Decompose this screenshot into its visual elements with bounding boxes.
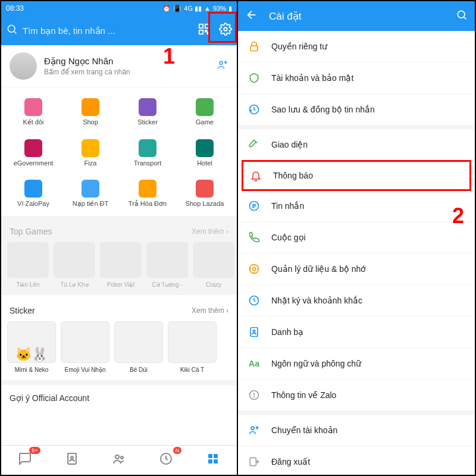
profile-row[interactable]: Đặng Ngọc Nhân Bấm để xem trang cá nhân xyxy=(1,45,237,87)
app-item-11[interactable]: Shop Lazada xyxy=(176,176,233,214)
discover-tab-screen: 1 08:33 ⏰ 📳 4G ▮▮ ▲ 93% ▮ xyxy=(1,1,238,475)
app-item-0[interactable]: Kết đôi xyxy=(5,95,62,132)
svg-rect-20 xyxy=(250,46,258,51)
search-input[interactable] xyxy=(23,26,193,36)
sticker-row[interactable]: Mimi & NekoEmoji Vui NhộnBé DúiKiki Cà T xyxy=(1,321,237,380)
settings-row-4[interactable]: Thông báo xyxy=(242,160,471,191)
app-item-3[interactable]: Game xyxy=(176,95,233,132)
settings-row-label: Cuộc gọi xyxy=(271,233,306,242)
settings-row-7[interactable]: Quản lý dữ liệu & bộ nhớ xyxy=(238,253,475,285)
app-icon xyxy=(82,180,99,198)
app-icon xyxy=(82,98,99,116)
svg-rect-31 xyxy=(250,458,256,465)
settings-row-label: Thông tin về Zalo xyxy=(271,390,336,400)
svg-rect-5 xyxy=(205,30,207,32)
settings-row-11[interactable]: Thông tin về Zalo xyxy=(238,380,475,411)
settings-row-9[interactable]: Danh bạ xyxy=(238,317,475,348)
svg-rect-17 xyxy=(214,459,218,464)
step-2-label: 2 xyxy=(452,203,464,228)
back-icon[interactable] xyxy=(245,8,258,24)
sticker-thumb xyxy=(114,321,163,363)
svg-point-10 xyxy=(71,456,73,459)
svg-rect-16 xyxy=(208,459,212,464)
svg-rect-2 xyxy=(199,24,203,28)
settings-row-icon xyxy=(248,262,261,275)
nav-timeline[interactable]: N xyxy=(155,449,177,471)
game-card[interactable]: Tiến Lên xyxy=(7,242,49,288)
app-item-9[interactable]: Nạp tiền ĐT xyxy=(62,176,119,214)
game-label: Cờ Tướng - xyxy=(146,281,188,288)
game-card[interactable]: Poker Việt xyxy=(100,242,142,288)
game-card[interactable]: Tú Lơ Khơ xyxy=(54,242,95,288)
svg-point-11 xyxy=(115,455,119,459)
nav-groups[interactable] xyxy=(108,449,130,471)
settings-row-label: Danh bạ xyxy=(271,327,303,337)
settings-row-6[interactable]: Cuộc gọi xyxy=(238,222,475,253)
settings-row-label: Tài khoản và bảo mật xyxy=(271,73,353,83)
switch-account-icon[interactable] xyxy=(217,59,228,74)
nav-contacts[interactable] xyxy=(61,449,83,471)
settings-screen: 2 Cài đặt Quyền riêng tưTài khoản và bảo… xyxy=(238,1,475,475)
svg-point-30 xyxy=(251,427,254,430)
app-label: Nạp tiền ĐT xyxy=(73,200,108,208)
sticker-card[interactable]: Bé Dúi xyxy=(114,321,163,373)
settings-row-icon xyxy=(249,169,262,182)
app-item-8[interactable]: Ví ZaloPay xyxy=(5,176,62,214)
status-icons: ⏰ 📳 4G ▮▮ ▲ 93% ▮ xyxy=(162,5,232,12)
settings-row-icon xyxy=(248,40,261,53)
top-games-more[interactable]: Xem thêm › xyxy=(192,227,228,236)
sticker-card[interactable]: Emoji Vui Nhộn xyxy=(61,321,109,373)
search-icon[interactable] xyxy=(6,23,18,37)
app-icon xyxy=(24,180,42,198)
settings-row-2[interactable]: Sao lưu & đồng bộ tin nhắn xyxy=(238,94,475,126)
app-item-10[interactable]: Trả Hóa Đơn xyxy=(119,176,176,214)
app-item-5[interactable]: Fiza xyxy=(62,136,119,173)
app-item-2[interactable]: Sticker xyxy=(119,95,176,132)
oa-section-title: Gợi ý Official Account xyxy=(1,385,237,406)
game-thumb xyxy=(193,242,234,278)
search-icon[interactable] xyxy=(456,9,468,23)
settings-row-12[interactable]: Chuyển tài khoản xyxy=(238,415,475,446)
game-label: Tú Lơ Khơ xyxy=(54,281,95,288)
game-thumb xyxy=(54,242,95,278)
settings-row-icon xyxy=(248,455,261,468)
svg-point-18 xyxy=(458,11,465,18)
wifi-icon: ▲ xyxy=(204,5,211,12)
alarm-off-icon: ⏰ xyxy=(162,5,171,12)
settings-row-8[interactable]: Nhật ký và khoảnh khắc xyxy=(238,285,475,317)
app-label: eGovernment xyxy=(14,159,54,167)
settings-row-label: Ngôn ngữ và phông chữ xyxy=(271,359,361,368)
highlight-settings-icon xyxy=(208,12,237,43)
sticker-card[interactable]: Mimi & Neko xyxy=(7,321,56,373)
game-card[interactable]: Cờ Tướng - xyxy=(146,242,188,288)
sticker-card[interactable]: Kiki Cà T xyxy=(168,321,217,373)
app-icon xyxy=(139,139,156,157)
app-item-1[interactable]: Shop xyxy=(62,95,119,132)
app-icon xyxy=(139,98,156,116)
top-games-row[interactable]: Tiến LênTú Lơ KhơPoker ViệtCờ Tướng -Cra… xyxy=(1,242,237,295)
settings-row-13[interactable]: Đăng xuất xyxy=(238,446,475,475)
vibrate-icon: 📳 xyxy=(173,5,181,12)
settings-row-3[interactable]: Giao diện xyxy=(238,129,475,161)
nav-messages[interactable]: 5+ xyxy=(14,449,36,471)
settings-row-icon xyxy=(248,424,261,437)
settings-row-icon xyxy=(248,138,261,151)
sticker-more[interactable]: Xem thêm › xyxy=(192,306,228,315)
profile-subtitle: Bấm để xem trang cá nhân xyxy=(44,68,209,76)
settings-row-5[interactable]: Tin nhắn xyxy=(238,190,475,222)
settings-row-1[interactable]: Tài khoản và bảo mật xyxy=(238,62,475,94)
app-item-6[interactable]: Transport xyxy=(119,136,176,173)
signal-icon: 4G ▮▮ xyxy=(184,5,202,12)
settings-row-0[interactable]: Quyền riêng tư xyxy=(238,31,475,62)
game-label: Tiến Lên xyxy=(7,281,49,288)
settings-row-10[interactable]: AaNgôn ngữ và phông chữ xyxy=(238,348,475,380)
game-card[interactable]: Crazy xyxy=(193,242,234,288)
game-thumb xyxy=(7,242,49,278)
profile-name: Đặng Ngọc Nhân xyxy=(44,56,209,67)
app-item-4[interactable]: eGovernment xyxy=(5,136,62,173)
nav-messages-badge: 5+ xyxy=(29,447,40,454)
app-item-7[interactable]: Hotel xyxy=(176,136,233,173)
nav-more[interactable] xyxy=(202,449,224,471)
settings-row-label: Chuyển tài khoản xyxy=(271,425,337,435)
settings-row-icon xyxy=(248,325,261,339)
